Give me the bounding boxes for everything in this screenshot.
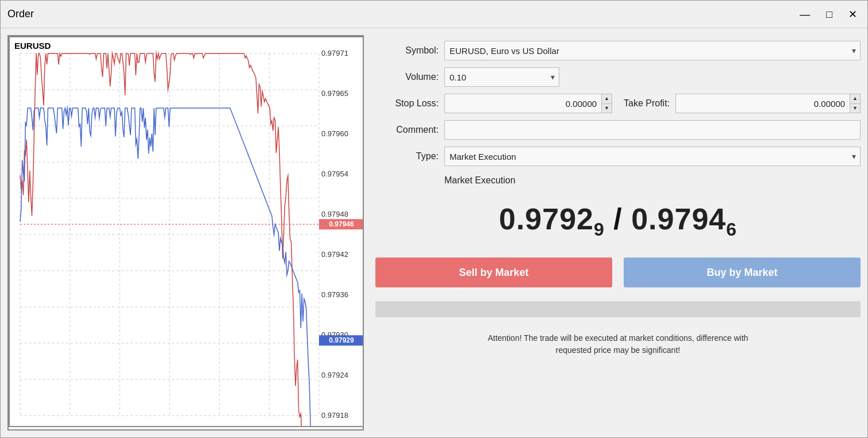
window-body: EURUSD Symbol: EURUSD, Euro vs US Dollar… bbox=[1, 28, 867, 437]
volume-row: Volume: 0.10 0.01 0.05 0.50 1.00 ▾ bbox=[375, 67, 861, 87]
take-profit-label: Take Profit: bbox=[624, 98, 670, 109]
type-label: Type: bbox=[375, 151, 439, 162]
volume-select-wrapper: 0.10 0.01 0.05 0.50 1.00 ▾ bbox=[444, 67, 559, 87]
take-profit-spinner: ▲ ▼ bbox=[675, 94, 861, 113]
type-select[interactable]: Market Execution Pending Order bbox=[444, 147, 861, 166]
stop-loss-group: Stop Loss: ▲ ▼ bbox=[375, 94, 612, 113]
volume-select[interactable]: 0.10 0.01 0.05 0.50 1.00 bbox=[444, 67, 559, 87]
order-window: Order — □ ✕ EURUSD Symbol: EURUSD, Euro … bbox=[0, 0, 868, 438]
price-display: 0.97929 / 0.97946 bbox=[375, 202, 861, 240]
volume-label: Volume: bbox=[375, 72, 439, 82]
price-text: 0.97929 / 0.97946 bbox=[499, 202, 737, 236]
take-profit-increment[interactable]: ▲ bbox=[850, 94, 860, 104]
window-controls: — □ ✕ bbox=[796, 8, 861, 21]
stop-loss-label: Stop Loss: bbox=[375, 98, 439, 109]
stop-loss-increment[interactable]: ▲ bbox=[602, 94, 612, 104]
take-profit-spinner-buttons: ▲ ▼ bbox=[850, 94, 861, 113]
title-bar: Order — □ ✕ bbox=[1, 1, 867, 28]
stop-loss-decrement[interactable]: ▼ bbox=[602, 104, 612, 113]
window-title: Order bbox=[7, 8, 34, 20]
stop-loss-spinner: ▲ ▼ bbox=[444, 94, 612, 113]
buy-price: 0.97946 bbox=[631, 202, 737, 236]
chart-symbol-label: EURUSD bbox=[14, 41, 51, 51]
attention-text: Attention! The trade will be executed at… bbox=[375, 332, 861, 356]
market-execution-label: Market Execution bbox=[444, 175, 861, 186]
stop-loss-input[interactable] bbox=[444, 94, 602, 113]
symbol-select[interactable]: EURUSD, Euro vs US Dollar bbox=[444, 41, 861, 60]
symbol-row: Symbol: EURUSD, Euro vs US Dollar ▾ bbox=[375, 41, 861, 60]
maximize-button[interactable]: □ bbox=[823, 8, 836, 21]
sell-price: 0.97929 bbox=[499, 202, 605, 236]
type-select-wrapper: Market Execution Pending Order ▾ bbox=[444, 147, 861, 166]
symbol-select-wrapper: EURUSD, Euro vs US Dollar ▾ bbox=[444, 41, 861, 60]
stop-take-row: Stop Loss: ▲ ▼ Take Profit: ▲ bbox=[375, 94, 861, 113]
buy-by-market-button[interactable]: Buy by Market bbox=[624, 258, 861, 287]
take-profit-group: Take Profit: ▲ ▼ bbox=[624, 94, 861, 113]
price-separator: / bbox=[613, 202, 631, 236]
right-panel: Symbol: EURUSD, Euro vs US Dollar ▾ Volu… bbox=[375, 35, 861, 431]
minimize-button[interactable]: — bbox=[796, 8, 813, 21]
comment-label: Comment: bbox=[375, 125, 439, 135]
symbol-label: Symbol: bbox=[375, 45, 439, 56]
take-profit-decrement[interactable]: ▼ bbox=[850, 104, 860, 113]
type-row: Type: Market Execution Pending Order ▾ bbox=[375, 147, 861, 166]
stop-loss-spinner-buttons: ▲ ▼ bbox=[602, 94, 612, 113]
sell-by-market-button[interactable]: Sell by Market bbox=[375, 258, 612, 287]
action-buttons: Sell by Market Buy by Market bbox=[375, 258, 861, 287]
price-chart bbox=[9, 36, 364, 427]
progress-bar bbox=[375, 301, 861, 317]
chart-area: EURUSD bbox=[7, 35, 364, 431]
comment-input[interactable] bbox=[444, 120, 861, 140]
comment-row: Comment: bbox=[375, 120, 861, 140]
close-button[interactable]: ✕ bbox=[845, 8, 861, 21]
take-profit-input[interactable] bbox=[675, 94, 850, 113]
